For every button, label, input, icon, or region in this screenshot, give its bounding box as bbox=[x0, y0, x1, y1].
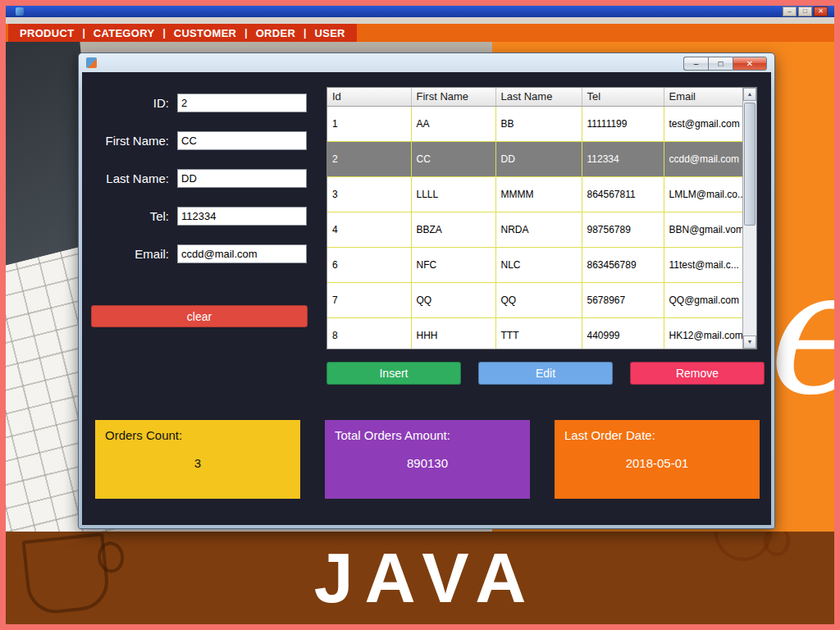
table-cell: HK12@mail.com bbox=[664, 317, 744, 349]
customer-form: ID:First Name:Last Name:Tel:Email: bbox=[90, 94, 317, 282]
table-row-2[interactable]: 2CCDD112334ccdd@mail.com bbox=[327, 141, 744, 176]
form-input-email[interactable] bbox=[177, 244, 307, 263]
scroll-up-button[interactable]: ▲ bbox=[743, 88, 756, 101]
table-cell: 864567811 bbox=[582, 176, 664, 212]
table-row-1[interactable]: 1AABB11111199test@gmail.com bbox=[327, 106, 744, 141]
menu-separator: | bbox=[82, 27, 84, 39]
table-cell: MMMM bbox=[495, 176, 582, 212]
dialog-maximize-button[interactable]: □ bbox=[708, 57, 733, 71]
stat-label: Orders Count: bbox=[105, 428, 290, 442]
window-close-button[interactable]: ✕ bbox=[814, 7, 828, 16]
table-cell: LLLL bbox=[411, 176, 495, 212]
window-maximize-button[interactable]: □ bbox=[798, 7, 812, 16]
table-row-3[interactable]: 3LLLLMMMM864567811LMLM@mail.co... bbox=[327, 176, 744, 212]
table-scrollbar: ▲ ▼ bbox=[742, 88, 756, 349]
menu-item-order[interactable]: ORDER bbox=[256, 27, 295, 39]
customer-dialog: – □ ✕ ID:First Name:Last Name:Tel:Email:… bbox=[78, 52, 775, 529]
table-cell: NLC bbox=[495, 247, 582, 282]
menu-item-customer[interactable]: CUSTOMER bbox=[174, 27, 237, 39]
stat-panel-1: Total Orders Amount:890130 bbox=[325, 420, 530, 499]
table-row-8[interactable]: 8HHHTTT440999HK12@mail.com bbox=[327, 317, 744, 349]
form-input-lastname[interactable] bbox=[177, 169, 307, 188]
form-row-email: Email: bbox=[90, 244, 317, 263]
dialog-minimize-button[interactable]: – bbox=[683, 57, 708, 71]
column-header-email[interactable]: Email bbox=[664, 88, 744, 106]
column-header-tel[interactable]: Tel bbox=[582, 88, 664, 106]
menu-item-category[interactable]: CATEGORY bbox=[94, 27, 155, 39]
table-cell: DD bbox=[495, 141, 582, 176]
table-cell: QQ bbox=[495, 282, 582, 317]
table-cell: NRDA bbox=[495, 212, 582, 247]
java-icon bbox=[86, 57, 97, 68]
table-cell: CC bbox=[411, 141, 495, 176]
stat-label: Total Orders Amount: bbox=[335, 428, 520, 442]
table-cell: 98756789 bbox=[582, 212, 664, 247]
scroll-thumb[interactable] bbox=[744, 103, 756, 226]
table-cell: 7 bbox=[327, 282, 411, 317]
table-row-4[interactable]: 4BBZANRDA98756789BBN@gmail.vom bbox=[327, 212, 744, 247]
table-cell: BB bbox=[495, 106, 582, 141]
table-cell: 112334 bbox=[582, 141, 664, 176]
footer-banner: JAVA bbox=[6, 532, 834, 624]
customers-table: IdFirst NameLast NameTelEmail 1AABB11111… bbox=[326, 87, 757, 349]
form-input-id[interactable] bbox=[177, 94, 307, 112]
window-minimize-button[interactable]: – bbox=[783, 7, 797, 16]
window-controls: – □ ✕ bbox=[783, 7, 828, 16]
table-row-7[interactable]: 7QQQQ5678967QQ@gmail.com bbox=[327, 282, 744, 317]
dialog-window-controls: – □ ✕ bbox=[683, 57, 767, 71]
form-input-tel[interactable] bbox=[177, 207, 307, 226]
table-cell: NFC bbox=[411, 247, 495, 282]
table-cell: QQ@gmail.com bbox=[664, 282, 744, 317]
table-cell: 6 bbox=[327, 247, 411, 282]
column-header-last-name[interactable]: Last Name bbox=[495, 88, 582, 106]
table-cell: QQ bbox=[411, 282, 495, 317]
table-cell: 440999 bbox=[582, 317, 664, 349]
stats-row: Orders Count:3Total Orders Amount:890130… bbox=[95, 420, 760, 499]
column-header-id[interactable]: Id bbox=[327, 88, 411, 106]
table: IdFirst NameLast NameTelEmail 1AABB11111… bbox=[327, 88, 745, 349]
menu-separator: | bbox=[304, 27, 306, 39]
table-cell: 3 bbox=[327, 176, 411, 212]
table-cell: 863456789 bbox=[582, 247, 664, 282]
clear-button[interactable]: clear bbox=[91, 305, 308, 327]
form-label-tel: Tel: bbox=[90, 209, 169, 223]
column-header-first-name[interactable]: First Name bbox=[411, 88, 495, 106]
table-cell: 8 bbox=[327, 317, 411, 349]
menu-bar: PRODUCT|CATEGORY|CUSTOMER|ORDER|USER bbox=[6, 24, 834, 42]
table-cell: ccdd@mail.com bbox=[664, 141, 744, 176]
desktop: – □ ✕ PRODUCT|CATEGORY|CUSTOMER|ORDER|US… bbox=[6, 6, 834, 624]
form-label-lastname: Last Name: bbox=[90, 171, 169, 185]
table-cell: 11111199 bbox=[582, 106, 664, 141]
menu-item-user[interactable]: USER bbox=[314, 27, 345, 39]
form-input-firstname[interactable] bbox=[177, 131, 307, 150]
table-cell: 11test@mail.c... bbox=[664, 247, 744, 282]
dialog-close-button[interactable]: ✕ bbox=[733, 57, 767, 71]
insert-button[interactable]: Insert bbox=[326, 362, 461, 385]
remove-button[interactable]: Remove bbox=[630, 362, 765, 385]
stat-value: 890130 bbox=[335, 456, 520, 470]
table-row-6[interactable]: 6NFCNLC86345678911test@mail.c... bbox=[327, 247, 744, 282]
scroll-down-button[interactable]: ▼ bbox=[743, 336, 756, 349]
form-label-id: ID: bbox=[90, 96, 169, 110]
menu-separator: | bbox=[162, 27, 165, 39]
action-buttons: InsertEditRemove bbox=[326, 362, 765, 385]
table-cell: HHH bbox=[411, 317, 495, 349]
form-row-tel: Tel: bbox=[90, 207, 317, 226]
table-cell: BBZA bbox=[411, 212, 495, 247]
stat-value: 2018-05-01 bbox=[564, 456, 750, 470]
table-cell: 4 bbox=[327, 212, 411, 247]
footer-title: JAVA bbox=[6, 532, 834, 624]
edit-button[interactable]: Edit bbox=[478, 362, 613, 385]
table-cell: AA bbox=[411, 106, 495, 141]
menu-separator: | bbox=[244, 27, 247, 39]
window-icon bbox=[16, 7, 24, 16]
form-row-firstname: First Name: bbox=[90, 131, 317, 150]
table-header-row: IdFirst NameLast NameTelEmail bbox=[327, 88, 744, 106]
window-titlebar: – □ ✕ bbox=[6, 6, 834, 17]
table-cell: BBN@gmail.vom bbox=[664, 212, 744, 247]
stat-label: Last Order Date: bbox=[564, 428, 750, 442]
table-cell: 2 bbox=[327, 141, 411, 176]
stat-value: 3 bbox=[105, 456, 290, 470]
table-cell: test@gmail.com bbox=[664, 106, 744, 141]
menu-item-product[interactable]: PRODUCT bbox=[20, 27, 74, 39]
